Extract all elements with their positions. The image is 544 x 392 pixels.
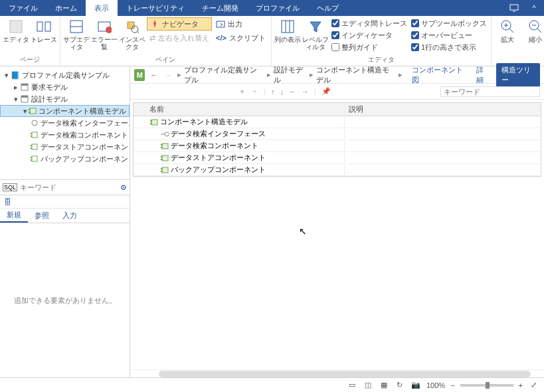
menu-tab-traceability[interactable]: トレーサビリティ — [118, 0, 193, 16]
right-icon[interactable]: → — [302, 88, 309, 96]
svg-point-31 — [32, 120, 37, 126]
svg-line-17 — [509, 29, 513, 33]
grid-row[interactable]: データ検索インターフェース — [134, 128, 541, 140]
errors-button[interactable]: エラー一覧 — [91, 17, 118, 50]
svg-rect-53 — [161, 168, 163, 169]
grid-row[interactable]: データストアコンポーネント — [134, 152, 541, 164]
cell-name: データストアコンポーネント — [171, 153, 266, 163]
h-scrollbar[interactable] — [159, 371, 531, 377]
filter-input[interactable] — [440, 86, 540, 97]
indicator-check[interactable]: インディケータ — [330, 29, 408, 41]
left-bottom-tabs: 新規 参照 入力 — [0, 209, 130, 223]
subeditor-button[interactable]: サブエディタ — [63, 17, 90, 50]
ribbon-group-page-label: ページ — [3, 55, 57, 64]
window-monitor-icon[interactable] — [504, 0, 524, 16]
svg-rect-12 — [217, 21, 225, 27]
nav-fwd-icon[interactable]: → — [163, 71, 175, 79]
svg-rect-34 — [31, 136, 32, 137]
inspector-button[interactable]: インスペクタ — [119, 17, 145, 50]
svg-rect-54 — [161, 171, 163, 172]
navigator-button[interactable]: ナビゲータ — [147, 17, 212, 31]
ribbon-group-editor-label: エディタ — [274, 55, 488, 64]
tree-child-2[interactable]: データストアコンポーネント — [0, 141, 130, 153]
crumb-0[interactable]: プロファイル定義サンプル — [184, 65, 264, 85]
component-icon — [150, 118, 158, 126]
crumb-2[interactable]: コンポーネント構造モデル — [316, 65, 397, 85]
menu-tab-team[interactable]: チーム開発 — [193, 0, 247, 16]
swap-button[interactable]: ⇄左右を入れ替え — [147, 31, 212, 45]
menu-tab-help[interactable]: ヘルプ — [308, 0, 347, 16]
tree-req[interactable]: ▸要求モデル — [0, 81, 130, 93]
left-icon[interactable]: ← — [289, 88, 296, 96]
filter-icon[interactable]: ⚙ — [120, 183, 127, 192]
editortrace-check[interactable]: エディタ間トレース — [330, 17, 408, 29]
view-split-v-icon[interactable]: ◫ — [363, 381, 373, 389]
ribbon: エディタ トレース ページ サブエディタ エラー一覧 インスペクタ ナビゲータ … — [0, 16, 544, 66]
tree-design[interactable]: ▾設計モデル — [0, 93, 130, 105]
menu-tab-file[interactable]: ファイル — [0, 0, 46, 16]
camera-icon[interactable]: 📷 — [410, 381, 421, 389]
tab-ref[interactable]: 参照 — [28, 209, 56, 223]
svg-rect-36 — [31, 145, 32, 146]
left-panel: ▾📘プロファイル定義サンプル ▸要求モデル ▾設計モデル ▾コンポーネント構造モ… — [0, 66, 130, 377]
zoomin-status-icon[interactable]: + — [519, 381, 523, 389]
overview-check[interactable]: オーバービュー — [410, 29, 488, 41]
subtool-check[interactable]: サブツールボックス — [410, 17, 488, 29]
col-name[interactable]: 名前 — [145, 103, 345, 116]
ribbon-group-editor: 列の表示 レベルフィルタ エディタ間トレース インディケータ 整列ガイド サブツ… — [272, 16, 492, 66]
zoomin-button[interactable]: 拡大 — [494, 17, 521, 43]
tree-child-0[interactable]: データ検索インターフェース — [0, 117, 130, 129]
left-search-bar: SQL ⚙ — [0, 179, 130, 195]
down-icon[interactable]: ↓ — [280, 88, 284, 96]
trace-button[interactable]: トレース — [31, 17, 57, 43]
svg-rect-50 — [161, 156, 163, 157]
svg-rect-29 — [29, 109, 31, 110]
rowheight-check[interactable]: 1行の高さで表示 — [410, 41, 488, 53]
col-desc[interactable]: 説明 — [345, 103, 541, 116]
tab-new[interactable]: 新規 — [0, 209, 28, 223]
breadcrumb-bar: M ← → ▸ プロファイル定義サンプル▸ 設計モデル▸ コンポーネント構造モデ… — [130, 66, 544, 84]
editor-button[interactable]: エディタ — [3, 17, 29, 43]
zoom-slider[interactable] — [460, 384, 513, 387]
view-grid-icon[interactable]: ▦ — [379, 381, 389, 389]
refresh-icon[interactable]: ↻ — [395, 381, 405, 389]
db-icon: 🗄 — [4, 198, 11, 206]
svg-rect-27 — [21, 96, 28, 98]
left-search-input[interactable] — [20, 183, 118, 191]
tree-child-1[interactable]: データ検索コンポーネント — [0, 129, 130, 141]
pin-icon[interactable]: 📌 — [321, 87, 331, 96]
ribbon-group-pane-label: ペイン — [63, 55, 268, 64]
up-icon[interactable]: ↑ — [271, 88, 275, 96]
zoomout-button[interactable]: 縮小 — [522, 17, 544, 43]
window-collapse-icon[interactable]: ^ — [524, 0, 544, 16]
menu-tab-profile[interactable]: プロファイル — [247, 0, 308, 16]
tree-child-3[interactable]: バックアップコンポーネント — [0, 153, 130, 165]
link-detail[interactable]: 詳細 — [472, 65, 494, 85]
view-split-h-icon[interactable]: ▭ — [347, 381, 357, 389]
levelfilter-button[interactable]: レベルフィルタ — [302, 17, 329, 50]
svg-rect-3 — [37, 22, 43, 31]
zoom-value: 100% — [426, 381, 445, 389]
menu-tab-view[interactable]: 表示 — [86, 0, 118, 16]
crumb-1[interactable]: 設計モデル — [274, 65, 307, 85]
grid-row[interactable]: コンポーネント構造モデル — [134, 116, 541, 128]
menu-tab-home[interactable]: ホーム — [46, 0, 86, 16]
add-icon[interactable]: ＋ — [238, 86, 246, 96]
columns-button[interactable]: 列の表示 — [274, 17, 301, 43]
grid-row[interactable]: データ検索コンポーネント — [134, 140, 541, 152]
secondary-toolbar: ＋ － | ↑ ↓ ← → | 📌 — [130, 84, 544, 100]
output-button[interactable]: 出力 — [213, 17, 268, 31]
expand-icon[interactable]: ⤢ — [528, 381, 539, 389]
remove-icon[interactable]: － — [251, 86, 258, 96]
alignguide-check[interactable]: 整列ガイド — [330, 41, 408, 53]
zoomout-status-icon[interactable]: − — [450, 381, 454, 389]
link-compdiag[interactable]: コンポーネント図 — [408, 65, 469, 85]
component-s-icon — [161, 166, 169, 174]
script-button[interactable]: </>スクリプト — [213, 31, 268, 45]
tree-root[interactable]: ▾📘プロファイル定義サンプル — [0, 69, 130, 81]
tab-input[interactable]: 入力 — [56, 209, 84, 223]
grid-row[interactable]: バックアップコンポーネント — [134, 164, 541, 176]
nav-back-icon[interactable]: ← — [147, 71, 159, 79]
tree-comp[interactable]: ▾コンポーネント構造モデル — [0, 105, 130, 117]
sql-icon: SQL — [3, 183, 17, 191]
